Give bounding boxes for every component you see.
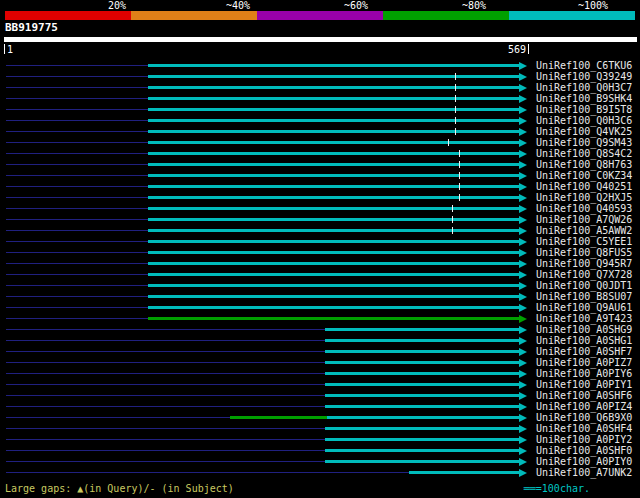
hit-label[interactable]: UniRef100_Q8S4C2 xyxy=(536,148,632,159)
hit-arrowhead-icon[interactable] xyxy=(519,447,527,455)
hit-label[interactable]: UniRef100_Q2HXJ5 xyxy=(536,192,632,203)
hit-arrowhead-icon[interactable] xyxy=(519,282,527,290)
hit-label[interactable]: UniRef100_Q9SM43 xyxy=(536,137,632,148)
hit-alignment-segment[interactable] xyxy=(325,394,519,397)
hit-alignment-segment[interactable] xyxy=(148,163,519,166)
hit-arrowhead-icon[interactable] xyxy=(519,304,527,312)
hit-alignment-segment[interactable] xyxy=(325,339,519,342)
hit-label[interactable]: UniRef100_A0SHF0 xyxy=(536,445,632,456)
hit-arrowhead-icon[interactable] xyxy=(519,370,527,378)
hit-alignment-segment[interactable] xyxy=(148,196,519,199)
hit-alignment-segment[interactable] xyxy=(148,251,519,254)
hit-arrowhead-icon[interactable] xyxy=(519,205,527,213)
hit-label[interactable]: UniRef100_Q7X728 xyxy=(536,269,632,280)
hit-alignment-segment[interactable] xyxy=(148,306,519,309)
hit-label[interactable]: UniRef100_A0PIY0 xyxy=(536,456,632,467)
hit-arrowhead-icon[interactable] xyxy=(519,469,527,477)
hit-label[interactable]: UniRef100_Q9AU61 xyxy=(536,302,632,313)
hit-arrowhead-icon[interactable] xyxy=(519,139,527,147)
hit-alignment-segment[interactable] xyxy=(325,361,519,364)
hit-alignment-segment[interactable] xyxy=(148,141,519,144)
hit-label[interactable]: UniRef100_Q40593 xyxy=(536,203,632,214)
hit-label[interactable]: UniRef100_Q40251 xyxy=(536,181,632,192)
hit-alignment-segment[interactable] xyxy=(327,416,519,419)
hit-alignment-segment[interactable] xyxy=(148,108,519,111)
hit-arrowhead-icon[interactable] xyxy=(519,73,527,81)
hit-label[interactable]: UniRef100_C5YEE1 xyxy=(536,236,632,247)
hit-alignment-segment[interactable] xyxy=(148,207,519,210)
hit-label[interactable]: UniRef100_A0PIY1 xyxy=(536,379,632,390)
hit-alignment-segment[interactable] xyxy=(148,317,519,320)
hit-label[interactable]: UniRef100_Q0JDT1 xyxy=(536,280,632,291)
hit-alignment-segment[interactable] xyxy=(148,174,519,177)
hit-label[interactable]: UniRef100_A0PIZ4 xyxy=(536,401,632,412)
hit-label[interactable]: UniRef100_A0SHF4 xyxy=(536,423,632,434)
hit-label[interactable]: UniRef100_A0PIZ7 xyxy=(536,357,632,368)
hit-arrowhead-icon[interactable] xyxy=(519,227,527,235)
hit-arrowhead-icon[interactable] xyxy=(519,117,527,125)
hit-label[interactable]: UniRef100_Q6B9X0 xyxy=(536,412,632,423)
hit-alignment-segment[interactable] xyxy=(325,328,519,331)
hit-arrowhead-icon[interactable] xyxy=(519,194,527,202)
hit-alignment-segment[interactable] xyxy=(148,273,519,276)
hit-arrowhead-icon[interactable] xyxy=(519,128,527,136)
hit-arrowhead-icon[interactable] xyxy=(519,326,527,334)
hit-arrowhead-icon[interactable] xyxy=(519,315,527,323)
hit-arrowhead-icon[interactable] xyxy=(519,381,527,389)
hit-label[interactable]: UniRef100_Q4VK25 xyxy=(536,126,632,137)
hit-arrowhead-icon[interactable] xyxy=(519,392,527,400)
hit-alignment-segment[interactable] xyxy=(148,229,519,232)
hit-arrowhead-icon[interactable] xyxy=(519,106,527,114)
hit-alignment-segment[interactable] xyxy=(325,383,519,386)
hit-alignment-segment[interactable] xyxy=(148,240,519,243)
hit-label[interactable]: UniRef100_A0SHF6 xyxy=(536,390,632,401)
hit-arrowhead-icon[interactable] xyxy=(519,150,527,158)
hit-alignment-segment[interactable] xyxy=(325,427,519,430)
hit-arrowhead-icon[interactable] xyxy=(519,271,527,279)
hit-arrowhead-icon[interactable] xyxy=(519,172,527,180)
hit-alignment-segment[interactable] xyxy=(148,119,519,122)
hit-arrowhead-icon[interactable] xyxy=(519,62,527,70)
hit-arrowhead-icon[interactable] xyxy=(519,249,527,257)
hit-label[interactable]: UniRef100_B9I5T8 xyxy=(536,104,632,115)
hit-alignment-segment[interactable] xyxy=(148,218,519,221)
hit-alignment-segment[interactable] xyxy=(230,416,327,419)
hit-label[interactable]: UniRef100_A0SHF7 xyxy=(536,346,632,357)
hit-alignment-segment[interactable] xyxy=(148,262,519,265)
hit-label[interactable]: UniRef100_A5AWW2 xyxy=(536,225,632,236)
hit-label[interactable]: UniRef100_A7UNK2 xyxy=(536,467,632,478)
hit-alignment-segment[interactable] xyxy=(148,185,519,188)
hit-arrowhead-icon[interactable] xyxy=(519,293,527,301)
hit-alignment-segment[interactable] xyxy=(325,372,519,375)
hit-arrowhead-icon[interactable] xyxy=(519,260,527,268)
hit-label[interactable]: UniRef100_Q8H763 xyxy=(536,159,632,170)
hit-arrowhead-icon[interactable] xyxy=(519,216,527,224)
hit-alignment-segment[interactable] xyxy=(148,97,519,100)
hit-label[interactable]: UniRef100_Q0H3C7 xyxy=(536,82,632,93)
hit-alignment-segment[interactable] xyxy=(325,460,519,463)
hit-alignment-segment[interactable] xyxy=(148,64,519,67)
hit-label[interactable]: UniRef100_Q39249 xyxy=(536,71,632,82)
hit-arrowhead-icon[interactable] xyxy=(519,337,527,345)
hit-arrowhead-icon[interactable] xyxy=(519,161,527,169)
hit-arrowhead-icon[interactable] xyxy=(519,458,527,466)
hit-arrowhead-icon[interactable] xyxy=(519,95,527,103)
hit-label[interactable]: UniRef100_A0SHG9 xyxy=(536,324,632,335)
hit-arrowhead-icon[interactable] xyxy=(519,425,527,433)
hit-arrowhead-icon[interactable] xyxy=(519,359,527,367)
hit-label[interactable]: UniRef100_A0PIY2 xyxy=(536,434,632,445)
hit-alignment-segment[interactable] xyxy=(325,449,519,452)
hit-label[interactable]: UniRef100_Q945R7 xyxy=(536,258,632,269)
hit-arrowhead-icon[interactable] xyxy=(519,84,527,92)
hit-label[interactable]: UniRef100_B9SHK4 xyxy=(536,93,632,104)
hit-label[interactable]: UniRef100_A9T423 xyxy=(536,313,632,324)
hit-alignment-segment[interactable] xyxy=(148,284,519,287)
hit-label[interactable]: UniRef100_C6TKU6 xyxy=(536,60,632,71)
hit-label[interactable]: UniRef100_Q8FUS5 xyxy=(536,247,632,258)
hit-label[interactable]: UniRef100_A0SHG1 xyxy=(536,335,632,346)
hit-alignment-segment[interactable] xyxy=(148,75,519,78)
hit-alignment-segment[interactable] xyxy=(325,438,519,441)
hit-label[interactable]: UniRef100_Q0H3C6 xyxy=(536,115,632,126)
hit-alignment-segment[interactable] xyxy=(409,471,519,474)
hit-arrowhead-icon[interactable] xyxy=(519,238,527,246)
